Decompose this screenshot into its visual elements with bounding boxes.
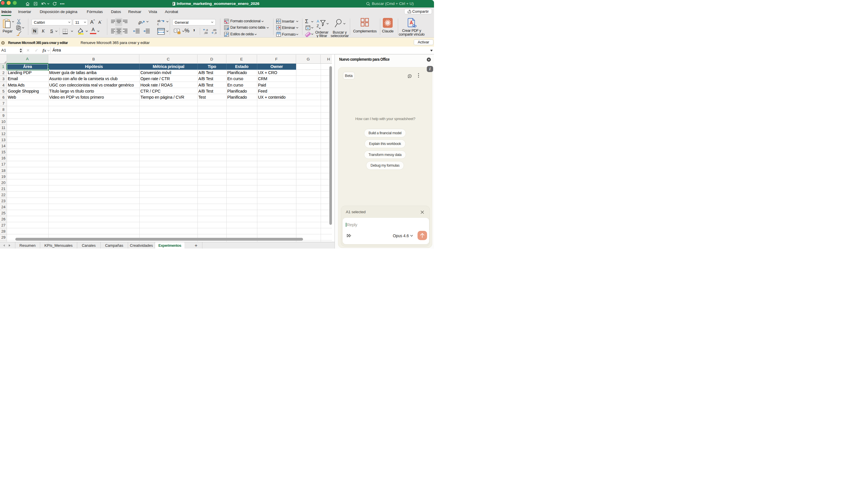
svg-text:ab: ab [157, 19, 161, 23]
svg-text:,0: ,0 [214, 31, 217, 34]
svg-text:ab: ab [138, 19, 143, 25]
svg-text:Z: Z [317, 24, 319, 28]
svg-text:c: c [157, 23, 159, 26]
svg-text:,00: ,00 [204, 31, 208, 34]
svg-text:A: A [317, 19, 319, 24]
